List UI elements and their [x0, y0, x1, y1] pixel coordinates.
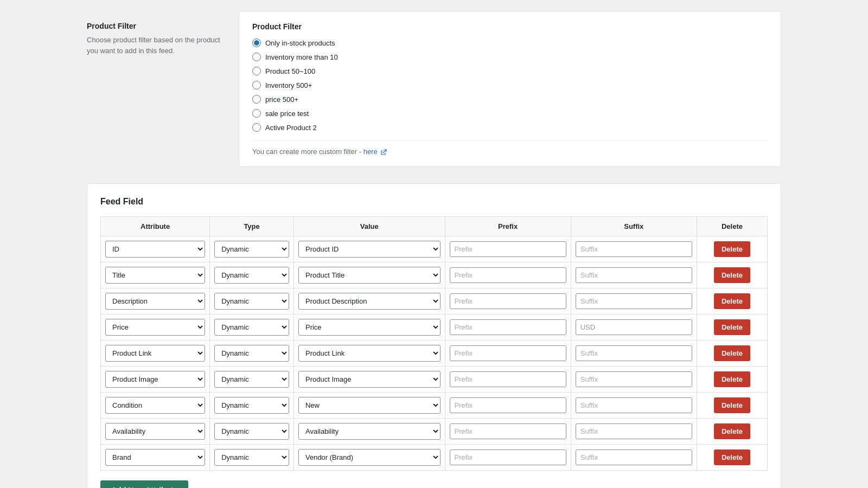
feed-field-title: Feed Field: [100, 197, 768, 207]
suffix-input-8[interactable]: [576, 450, 692, 465]
type-select-6[interactable]: Dynamic: [214, 397, 289, 414]
suffix-input-5[interactable]: [576, 371, 692, 387]
radio-label-5: sale price test: [265, 110, 309, 118]
product-filter-card-title: Product Filter: [252, 22, 768, 31]
product-filter-left: Product Filter Choose product filter bas…: [87, 11, 239, 167]
radio-label-2: Product 50~100: [265, 67, 315, 75]
prefix-input-4[interactable]: [450, 345, 566, 361]
radio-input-2[interactable]: [252, 67, 261, 75]
attribute-select-0[interactable]: ID: [105, 241, 205, 258]
prefix-input-1[interactable]: [450, 267, 566, 283]
feed-table: Attribute Type Value Prefix Suffix Delet…: [100, 216, 768, 471]
suffix-input-1[interactable]: [576, 267, 692, 283]
type-select-1[interactable]: Dynamic: [214, 267, 289, 284]
delete-button-8[interactable]: Delete: [714, 450, 750, 465]
radio-label-4: price 500+: [265, 95, 298, 104]
type-select-8[interactable]: Dynamic: [214, 449, 289, 466]
suffix-input-0[interactable]: [576, 241, 692, 257]
suffix-input-3[interactable]: [576, 319, 692, 335]
prefix-input-2[interactable]: [450, 293, 566, 309]
radio-item-5[interactable]: sale price test: [252, 109, 768, 118]
prefix-input-6[interactable]: [450, 397, 566, 413]
value-select-5[interactable]: Product Image: [298, 371, 441, 388]
value-select-6[interactable]: New: [298, 397, 441, 414]
col-header-suffix: Suffix: [571, 217, 697, 236]
radio-item-3[interactable]: Inventory 500+: [252, 81, 768, 89]
attribute-select-6[interactable]: Condition: [105, 397, 205, 414]
suffix-input-4[interactable]: [576, 345, 692, 361]
radio-label-1: Inventory more than 10: [265, 53, 338, 61]
prefix-input-5[interactable]: [450, 371, 566, 387]
value-select-3[interactable]: Price: [298, 319, 441, 336]
radio-input-3[interactable]: [252, 81, 261, 89]
attribute-select-5[interactable]: Product Image: [105, 371, 205, 388]
prefix-input-3[interactable]: [450, 319, 566, 335]
type-select-4[interactable]: Dynamic: [214, 345, 289, 362]
delete-button-6[interactable]: Delete: [714, 397, 750, 413]
suffix-input-7[interactable]: [576, 423, 692, 439]
prefix-input-0[interactable]: [450, 241, 566, 257]
type-select-5[interactable]: Dynamic: [214, 371, 289, 388]
table-row: TitleDynamicProduct TitleDelete: [101, 262, 768, 288]
radio-label-6: Active Product 2: [265, 124, 317, 132]
suffix-input-6[interactable]: [576, 397, 692, 413]
table-row: Product ImageDynamicProduct ImageDelete: [101, 367, 768, 393]
delete-button-3[interactable]: Delete: [714, 319, 750, 335]
attribute-select-3[interactable]: Price: [105, 319, 205, 336]
value-select-4[interactable]: Product Link: [298, 345, 441, 362]
radio-input-4[interactable]: [252, 95, 261, 104]
radio-input-6[interactable]: [252, 123, 261, 132]
type-select-2[interactable]: Dynamic: [214, 293, 289, 310]
custom-filter-note: You can create more custom filter - here: [252, 140, 768, 156]
delete-button-1[interactable]: Delete: [714, 267, 750, 283]
product-filter-radio-group: Only in-stock productsInventory more tha…: [252, 38, 768, 132]
add-new-attribute-button[interactable]: Add New Attribute: [100, 480, 188, 488]
value-select-2[interactable]: Product Description: [298, 293, 441, 310]
feed-field-section: Feed Field Attribute Type Value Prefix S…: [87, 183, 781, 488]
table-row: Product LinkDynamicProduct LinkDelete: [101, 341, 768, 367]
product-filter-description: Choose product filter based on the produ…: [87, 35, 228, 56]
prefix-input-8[interactable]: [450, 450, 566, 465]
radio-item-1[interactable]: Inventory more than 10: [252, 53, 768, 61]
col-header-attribute: Attribute: [101, 217, 210, 236]
radio-item-4[interactable]: price 500+: [252, 95, 768, 104]
product-filter-section: Product Filter Choose product filter bas…: [87, 11, 781, 167]
radio-label-0: Only in-stock products: [265, 39, 335, 47]
delete-button-5[interactable]: Delete: [714, 371, 750, 387]
custom-filter-link[interactable]: here: [363, 147, 387, 156]
delete-button-4[interactable]: Delete: [714, 345, 750, 361]
type-select-0[interactable]: Dynamic: [214, 241, 289, 258]
radio-item-0[interactable]: Only in-stock products: [252, 38, 768, 47]
attribute-select-7[interactable]: Availability: [105, 423, 205, 440]
feed-table-body: IDDynamicProduct IDDeleteTitleDynamicPro…: [101, 236, 768, 471]
attribute-select-2[interactable]: Description: [105, 293, 205, 310]
table-row: AvailabilityDynamicAvailabilityDelete: [101, 419, 768, 445]
prefix-input-7[interactable]: [450, 423, 566, 439]
col-header-delete: Delete: [697, 217, 767, 236]
value-select-0[interactable]: Product ID: [298, 241, 441, 258]
type-select-3[interactable]: Dynamic: [214, 319, 289, 336]
delete-button-0[interactable]: Delete: [714, 241, 750, 257]
radio-label-3: Inventory 500+: [265, 81, 312, 89]
radio-input-1[interactable]: [252, 53, 261, 61]
col-header-prefix: Prefix: [445, 217, 571, 236]
table-row: IDDynamicProduct IDDelete: [101, 236, 768, 262]
external-link-icon: [380, 149, 387, 156]
radio-item-2[interactable]: Product 50~100: [252, 67, 768, 75]
value-select-1[interactable]: Product Title: [298, 267, 441, 284]
delete-button-7[interactable]: Delete: [714, 423, 750, 439]
col-header-type: Type: [210, 217, 294, 236]
radio-item-6[interactable]: Active Product 2: [252, 123, 768, 132]
type-select-7[interactable]: Dynamic: [214, 423, 289, 440]
radio-input-5[interactable]: [252, 109, 261, 118]
table-row: BrandDynamicVendor (Brand)Delete: [101, 445, 768, 471]
value-select-8[interactable]: Vendor (Brand): [298, 449, 441, 466]
attribute-select-8[interactable]: Brand: [105, 449, 205, 466]
value-select-7[interactable]: Availability: [298, 423, 441, 440]
table-row: PriceDynamicPriceDelete: [101, 314, 768, 341]
suffix-input-2[interactable]: [576, 293, 692, 309]
attribute-select-4[interactable]: Product Link: [105, 345, 205, 362]
delete-button-2[interactable]: Delete: [714, 293, 750, 309]
attribute-select-1[interactable]: Title: [105, 267, 205, 284]
radio-input-0[interactable]: [252, 38, 261, 47]
